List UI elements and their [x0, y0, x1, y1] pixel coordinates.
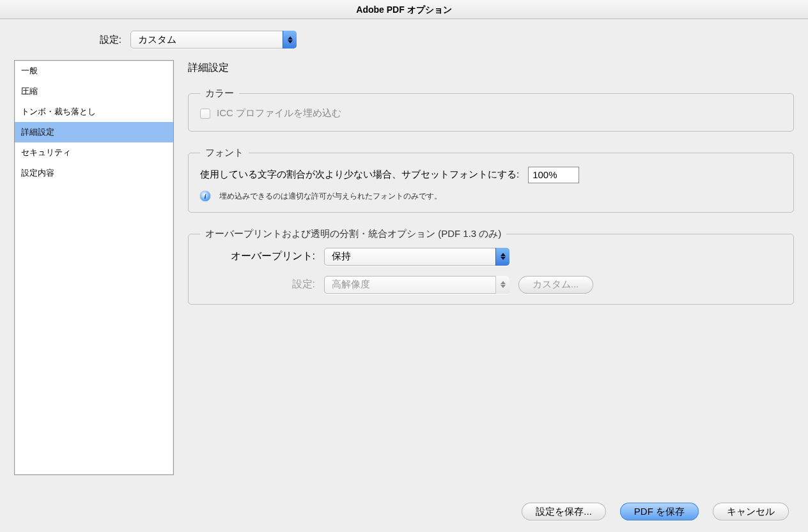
overprint-select-text: 保持 — [324, 250, 495, 262]
main-panel: 詳細設定 カラー ICC プロファイルを埋め込む フォント 使用している文字の割… — [188, 60, 794, 475]
save-settings-button[interactable]: 設定を保存... — [522, 503, 606, 521]
sidebar-item-label: セキュリティ — [21, 148, 71, 157]
sidebar-item-advanced[interactable]: 詳細設定 — [15, 122, 173, 142]
group-font-legend: フォント — [200, 147, 249, 159]
dialog-footer: 設定を保存... PDF を保存 キャンセル — [522, 503, 789, 521]
subset-threshold-label: 使用している文字の割合が次より少ない場合、サブセットフォントにする: — [200, 169, 519, 181]
group-overprint: オーバープリントおよび透明の分割・統合オプション (PDF 1.3 のみ) オー… — [188, 228, 794, 305]
custom-flattener-button: カスタム... — [518, 276, 593, 294]
flattener-setting-text: 高解像度 — [324, 278, 495, 291]
overprint-select[interactable]: 保持 — [324, 248, 509, 266]
embed-icc-label: ICC プロファイルを埋め込む — [217, 107, 341, 119]
sidebar-item-label: トンボ・裁ち落とし — [21, 107, 96, 116]
checkbox-icon — [200, 109, 210, 119]
chevron-updown-icon — [283, 31, 297, 49]
subset-threshold-input[interactable] — [528, 167, 579, 183]
flattener-setting-label: 設定: — [206, 278, 315, 291]
overprint-label: オーバープリント: — [206, 250, 315, 263]
group-color: カラー ICC プロファイルを埋め込む — [188, 87, 794, 132]
sidebar-item-marks-bleeds[interactable]: トンボ・裁ち落とし — [15, 102, 173, 122]
info-icon: i — [200, 191, 210, 201]
group-font: フォント 使用している文字の割合が次より少ない場合、サブセットフォントにする: … — [188, 147, 794, 213]
flattener-setting-select: 高解像度 — [324, 276, 509, 294]
preset-select-text: カスタム — [130, 34, 283, 46]
embed-icc-checkbox[interactable]: ICC プロファイルを埋め込む — [200, 107, 341, 119]
sidebar-item-label: 設定内容 — [21, 168, 54, 178]
font-embed-note: 埋め込みできるのは適切な許可が与えられたフォントのみです。 — [219, 191, 442, 202]
save-pdf-button[interactable]: PDF を保存 — [620, 503, 699, 521]
sidebar-item-compression[interactable]: 圧縮 — [15, 81, 173, 102]
sidebar-item-security[interactable]: セキュリティ — [15, 142, 173, 163]
preset-row: 設定: カスタム — [0, 19, 808, 60]
sidebar-item-label: 一般 — [21, 66, 38, 75]
chevron-updown-icon — [495, 276, 509, 294]
sidebar-item-label: 詳細設定 — [21, 127, 54, 137]
sidebar-item-general[interactable]: 一般 — [15, 61, 173, 81]
window-titlebar: Adobe PDF オプション — [0, 0, 808, 19]
sidebar-item-summary[interactable]: 設定内容 — [15, 163, 173, 183]
panel-title: 詳細設定 — [188, 61, 794, 75]
category-sidebar: 一般 圧縮 トンボ・裁ち落とし 詳細設定 セキュリティ 設定内容 — [14, 60, 174, 475]
sidebar-item-label: 圧縮 — [21, 86, 38, 96]
group-color-legend: カラー — [200, 87, 239, 100]
chevron-updown-icon — [495, 248, 509, 266]
cancel-button[interactable]: キャンセル — [713, 503, 789, 521]
preset-select[interactable]: カスタム — [130, 31, 297, 49]
group-overprint-legend: オーバープリントおよび透明の分割・統合オプション (PDF 1.3 のみ) — [200, 228, 506, 240]
preset-label: 設定: — [83, 34, 121, 46]
